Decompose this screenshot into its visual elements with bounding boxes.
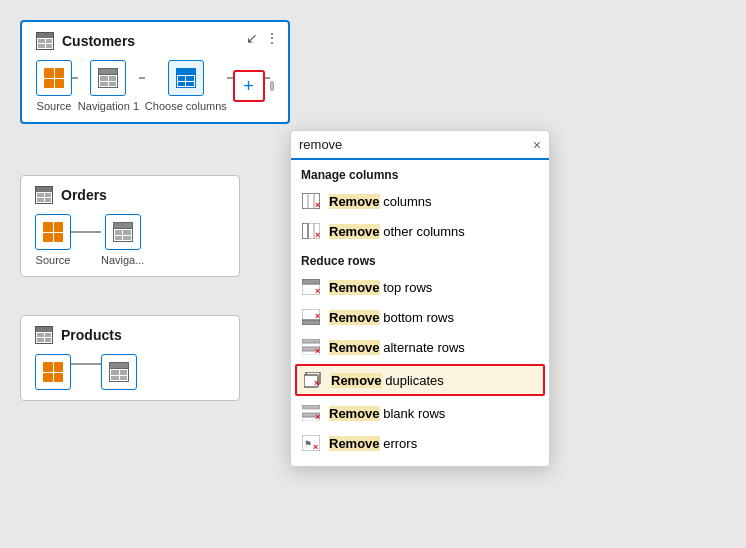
- card-header-orders: Orders: [35, 186, 225, 204]
- card-steps-orders: Source Naviga...: [35, 214, 225, 266]
- remove-alternate-rows-icon: ×: [301, 337, 321, 357]
- nav-icon-orders: [113, 222, 133, 242]
- step-icon-source-products: [35, 354, 71, 390]
- card-steps-customers: Source Navigation 1: [36, 60, 274, 112]
- menu-item-remove-errors[interactable]: ⚑ × Remove errors: [291, 428, 549, 458]
- source-icon: [44, 68, 64, 88]
- search-input[interactable]: [299, 137, 527, 152]
- svg-text:×: ×: [315, 286, 320, 295]
- nav-icon-products: [109, 362, 129, 382]
- source-icon-products: [43, 362, 63, 382]
- menu-item-remove-alternate-rows[interactable]: × Remove alternate rows: [291, 332, 549, 362]
- step-icon-choose-customers: [168, 60, 204, 96]
- menu-text-remove-columns: Remove columns: [329, 194, 432, 209]
- menu-item-remove-blank-rows[interactable]: × Remove blank rows: [291, 398, 549, 428]
- step-nav-customers[interactable]: Navigation 1: [78, 60, 139, 112]
- remove-bottom-rows-icon: ×: [301, 307, 321, 327]
- card-title-products: Products: [61, 327, 122, 343]
- remove-top-rows-icon: ×: [301, 277, 321, 297]
- svg-rect-8: [302, 279, 320, 284]
- section-header-reduce-rows: Reduce rows: [291, 246, 549, 272]
- expand-icon-customers[interactable]: ↙: [246, 30, 258, 46]
- card-customers: Customers ↙ ⋮ Source: [20, 20, 290, 124]
- step-icon-source-customers: [36, 60, 72, 96]
- remove-duplicates-icon: ×: [303, 370, 323, 390]
- section-header-manage-columns: Manage columns: [291, 160, 549, 186]
- connector-1-orders: [71, 231, 101, 233]
- step-label-nav-orders: Naviga...: [101, 254, 144, 266]
- step-choose-customers[interactable]: Choose columns: [145, 60, 227, 112]
- step-label-source-orders: Source: [36, 254, 71, 266]
- menu-text-remove-blank-rows: Remove blank rows: [329, 406, 445, 421]
- menu-text-remove-bottom-rows: Remove bottom rows: [329, 310, 454, 325]
- step-source-customers[interactable]: Source: [36, 60, 72, 112]
- card-orders: Orders Source Naviga...: [20, 175, 240, 277]
- table-icon-customers: [36, 32, 54, 50]
- connector-4-customers: [265, 77, 271, 79]
- svg-text:⚑: ⚑: [304, 439, 312, 449]
- dropdown-panel: × Manage columns × Remove columns: [290, 130, 550, 467]
- step-label-nav-customers: Navigation 1: [78, 100, 139, 112]
- step-nav-orders[interactable]: Naviga...: [101, 214, 144, 266]
- menu-item-remove-duplicates[interactable]: × Remove duplicates: [295, 364, 545, 396]
- step-source-orders[interactable]: Source: [35, 214, 71, 266]
- table-icon-orders: [35, 186, 53, 204]
- card-steps-products: [35, 354, 225, 390]
- choose-icon: [176, 68, 196, 88]
- svg-text:×: ×: [315, 230, 320, 239]
- menu-item-remove-other-columns[interactable]: × Remove other columns: [291, 216, 549, 246]
- remove-blank-rows-icon: ×: [301, 403, 321, 423]
- connector-1-products: [71, 363, 101, 365]
- svg-rect-22: [302, 405, 320, 409]
- step-icon-source-orders: [35, 214, 71, 250]
- menu-item-remove-columns[interactable]: × Remove columns: [291, 186, 549, 216]
- step-label-choose-customers: Choose columns: [145, 100, 227, 112]
- svg-rect-4: [302, 223, 308, 239]
- card-title-customers: Customers: [62, 33, 135, 49]
- svg-rect-14: [302, 339, 320, 343]
- step-source-products[interactable]: [35, 354, 71, 390]
- card-header-products: Products: [35, 326, 225, 344]
- step-icon-nav-products: [101, 354, 137, 390]
- menu-text-remove-errors: Remove errors: [329, 436, 417, 451]
- menu-item-remove-top-rows[interactable]: × Remove top rows: [291, 272, 549, 302]
- svg-text:×: ×: [313, 442, 318, 451]
- step-icon-nav-customers: [90, 60, 126, 96]
- svg-text:×: ×: [315, 200, 320, 209]
- step-add-customers[interactable]: +: [233, 70, 265, 102]
- card-title-orders: Orders: [61, 187, 107, 203]
- menu-text-remove-alternate-rows: Remove alternate rows: [329, 340, 465, 355]
- svg-text:×: ×: [315, 311, 320, 321]
- step-nav-products[interactable]: [101, 354, 137, 390]
- svg-text:×: ×: [315, 412, 320, 421]
- card-products: Products: [20, 315, 240, 401]
- card-header-customers: Customers ↙ ⋮: [36, 32, 274, 50]
- step-label-source-customers: Source: [37, 100, 72, 112]
- endpoint-customers: [270, 81, 274, 91]
- menu-item-remove-bottom-rows[interactable]: × Remove bottom rows: [291, 302, 549, 332]
- add-step-button-customers[interactable]: +: [233, 70, 265, 102]
- clear-button[interactable]: ×: [533, 138, 541, 152]
- table-icon-products: [35, 326, 53, 344]
- nav-icon: [98, 68, 118, 88]
- canvas: Customers ↙ ⋮ Source: [0, 0, 746, 548]
- svg-text:×: ×: [315, 346, 320, 355]
- menu-text-remove-top-rows: Remove top rows: [329, 280, 432, 295]
- remove-errors-icon: ⚑ ×: [301, 433, 321, 453]
- svg-text:×: ×: [314, 378, 319, 388]
- remove-columns-icon: ×: [301, 191, 321, 211]
- remove-other-columns-icon: ×: [301, 221, 321, 241]
- source-icon-orders: [43, 222, 63, 242]
- menu-text-remove-other-columns: Remove other columns: [329, 224, 465, 239]
- step-icon-nav-orders: [105, 214, 141, 250]
- more-icon-customers[interactable]: ⋮: [265, 30, 278, 46]
- menu-text-remove-duplicates: Remove duplicates: [331, 373, 444, 388]
- search-row: ×: [291, 131, 549, 160]
